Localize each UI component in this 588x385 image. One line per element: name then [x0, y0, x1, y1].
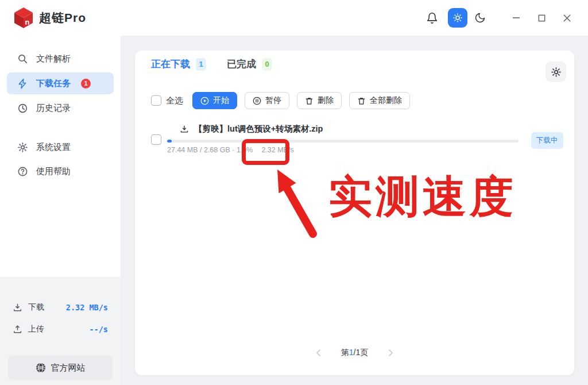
tab-completed-label: 已完成 [227, 57, 256, 71]
close-button[interactable] [560, 11, 573, 24]
select-all-checkbox[interactable] [151, 95, 161, 106]
gear-icon [551, 67, 562, 78]
start-button[interactable]: 开始 [192, 92, 237, 109]
official-website-button[interactable]: 官方网站 [8, 355, 113, 380]
close-icon [563, 14, 571, 22]
sidebar-item-label: 系统设置 [36, 142, 71, 153]
sidebar-item-label: 下载任务 [36, 78, 71, 89]
tab-downloading[interactable]: 正在下载 1 [151, 57, 206, 71]
task-speed: 2.32 MB/s [261, 146, 293, 154]
download-icon [180, 125, 189, 134]
official-website-label: 官方网站 [51, 363, 86, 374]
task-size-info: 27.44 MB / 2.68 GB · 1.0% [167, 146, 253, 154]
sun-icon [452, 12, 463, 24]
tab-downloading-label: 正在下载 [151, 57, 190, 71]
main-area: 正在下载 1 已完成 0 全选 开始 [121, 36, 588, 385]
task-count-badge: 1 [81, 79, 91, 88]
task-meta: 27.44 MB / 2.68 GB · 1.0% 2.32 MB/s [167, 146, 294, 154]
download-panel: 正在下载 1 已完成 0 全选 开始 [135, 51, 574, 375]
sidebar-item-history[interactable]: 历史记录 [7, 98, 114, 118]
upload-speed-row: 上传 --/s [0, 324, 121, 334]
lightning-icon [17, 78, 28, 89]
upload-speed-value: --/s [89, 325, 108, 334]
svg-text:n: n [25, 18, 30, 26]
sidebar-nav: 文件解析 下载任务 1 历史记录 系统设置 [0, 36, 121, 182]
page-current: 1 [349, 348, 354, 357]
task-filename: 【剪映】lut调色预设+转场素材.zip [194, 124, 323, 134]
chevron-left-icon[interactable] [314, 348, 324, 358]
sidebar-item-label: 使用帮助 [36, 166, 71, 177]
sidebar-item-help[interactable]: 使用帮助 [7, 161, 114, 182]
dark-theme-button[interactable] [473, 11, 487, 25]
delete-all-button[interactable]: 全部删除 [349, 92, 410, 109]
maximize-button[interactable] [535, 11, 548, 24]
tab-completed-count: 0 [262, 58, 272, 71]
moon-icon [474, 12, 486, 24]
pagination: 第1/1页 [135, 348, 574, 358]
sidebar-item-settings[interactable]: 系统设置 [7, 137, 114, 157]
task-title-row: 【剪映】lut调色预设+转场素材.zip [180, 124, 323, 134]
task-toolbar: 全选 开始 暂停 删除 [151, 92, 417, 109]
task-progress-fill [167, 140, 172, 143]
task-progress-bar [167, 140, 519, 143]
panel-settings-button[interactable] [546, 61, 566, 82]
sidebar-item-label: 历史记录 [36, 103, 71, 114]
sidebar: 文件解析 下载任务 1 历史记录 系统设置 [0, 36, 121, 385]
download-speed-row: 下载 2.32 MB/s [0, 302, 121, 313]
app-title: 超链Pro [39, 10, 86, 26]
globe-icon [36, 363, 46, 373]
minimize-button[interactable] [510, 11, 523, 24]
notifications-button[interactable] [425, 11, 439, 25]
minimize-icon [512, 13, 521, 22]
sidebar-spacer [0, 122, 121, 137]
trash-icon [305, 97, 314, 105]
question-circle-icon [17, 166, 28, 177]
chevron-right-icon[interactable] [385, 348, 396, 358]
sidebar-item-download-tasks[interactable]: 下载任务 1 [7, 72, 114, 94]
play-circle-icon [200, 97, 209, 105]
app-logo-icon: n [13, 6, 34, 29]
light-theme-button[interactable] [448, 8, 467, 28]
upload-speed-label: 上传 [28, 324, 44, 334]
pause-circle-icon [253, 97, 261, 105]
search-icon [17, 53, 28, 64]
start-label: 开始 [213, 95, 229, 106]
page-suffix: /1页 [354, 348, 369, 357]
task-checkbox[interactable] [151, 134, 161, 145]
upload-icon [13, 325, 22, 334]
delete-all-label: 全部删除 [370, 95, 402, 106]
delete-label: 删除 [318, 95, 334, 106]
bell-icon [426, 12, 438, 24]
sidebar-item-label: 文件解析 [36, 53, 71, 64]
download-speed-label: 下载 [28, 302, 44, 313]
title-bar: n 超链Pro [0, 0, 588, 36]
task-tabs: 正在下载 1 已完成 0 [151, 57, 272, 71]
download-icon [13, 303, 22, 313]
page-prefix: 第 [341, 348, 349, 357]
page-indicator: 第1/1页 [341, 348, 368, 358]
tab-completed[interactable]: 已完成 0 [227, 57, 272, 71]
sidebar-item-file-parse[interactable]: 文件解析 [7, 48, 114, 69]
tab-downloading-count: 1 [196, 58, 206, 71]
sidebar-stats-panel: 下载 2.32 MB/s 上传 --/s 官方网站 [0, 277, 121, 385]
trash-icon [357, 97, 366, 105]
pause-button[interactable]: 暂停 [245, 92, 289, 109]
maximize-icon [537, 14, 546, 22]
task-status-badge: 下载中 [531, 132, 563, 149]
pause-label: 暂停 [265, 95, 281, 106]
titlebar-controls [425, 8, 573, 28]
download-speed-value: 2.32 MB/s [66, 303, 108, 312]
history-clock-icon [17, 103, 28, 114]
delete-button[interactable]: 删除 [297, 92, 342, 109]
gear-icon [17, 142, 28, 153]
select-all-label: 全选 [166, 95, 183, 106]
